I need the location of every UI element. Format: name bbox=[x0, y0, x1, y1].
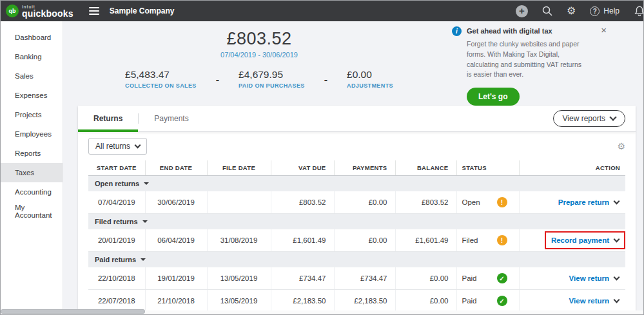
chevron-down-icon[interactable] bbox=[614, 198, 620, 204]
view-reports-label: View reports bbox=[563, 114, 605, 123]
annotation-highlight-box: Record payment bbox=[545, 231, 625, 249]
quickbooks-taxes-page: qb intuit quickbooks Sample Company + ⚙ … bbox=[0, 0, 644, 315]
column-header-balance: BALANCE bbox=[395, 160, 456, 176]
action-cell: Record payment bbox=[519, 229, 625, 252]
column-header-payments: PAYMENTS bbox=[334, 160, 395, 176]
success-status-icon: ✓ bbox=[497, 296, 507, 306]
adjustments-label: ADJUSTMENTS bbox=[347, 82, 393, 89]
payments-cell: £2,183.50 bbox=[334, 290, 395, 312]
status-text: Filed bbox=[462, 236, 478, 244]
tab-payments[interactable]: Payments bbox=[139, 106, 204, 131]
sidebar-item-sales[interactable]: Sales bbox=[1, 66, 63, 86]
close-icon[interactable]: × bbox=[601, 26, 607, 34]
help-label: Help bbox=[603, 6, 620, 15]
status-cell: Paid✓ bbox=[456, 267, 519, 290]
file-date-cell bbox=[207, 191, 271, 214]
action-cell: View return bbox=[519, 267, 625, 290]
collapse-triangle-icon bbox=[144, 182, 149, 185]
status-text: Paid bbox=[462, 274, 477, 282]
action-wrap: Prepare return bbox=[552, 193, 625, 211]
settings-gear-icon[interactable]: ⚙ bbox=[567, 6, 576, 16]
horizontal-scrollbar-thumb[interactable] bbox=[1, 309, 145, 314]
file-date-cell: 13/05/2019 bbox=[207, 267, 271, 290]
action-link-record-payment[interactable]: Record payment bbox=[551, 236, 609, 244]
column-header-end-date: END DATE bbox=[145, 160, 207, 176]
group-label: Open returns bbox=[95, 180, 139, 187]
top-bar: qb intuit quickbooks Sample Company + ⚙ … bbox=[1, 1, 643, 21]
file-date-cell: 13/05/2019 bbox=[207, 290, 271, 312]
end-date-cell: 21/10/2018 bbox=[145, 290, 207, 312]
paid-label: PAID ON PURCHASES bbox=[239, 82, 305, 89]
table-row: 22/07/201821/10/201813/05/2019£2,183.50£… bbox=[88, 290, 625, 312]
tabs-row: Returns Payments View reports bbox=[78, 106, 636, 132]
notice-header: i Get ahead with digital tax × bbox=[452, 26, 607, 36]
returns-table: START DATEEND DATEFILE DATEVAT DUEPAYMEN… bbox=[88, 160, 625, 312]
vat-due-cell: £803.52 bbox=[271, 191, 334, 214]
action-cell: Prepare return bbox=[519, 191, 625, 214]
create-plus-icon[interactable]: + bbox=[516, 5, 528, 17]
notice-title: Get ahead with digital tax bbox=[467, 26, 590, 35]
sidebar-item-reports[interactable]: Reports bbox=[1, 144, 63, 163]
chevron-down-icon[interactable] bbox=[614, 274, 620, 280]
view-reports-button[interactable]: View reports bbox=[553, 110, 625, 127]
returns-card: Returns Payments View reports All return… bbox=[78, 106, 636, 312]
info-icon: i bbox=[452, 26, 462, 36]
column-header-action: ACTION bbox=[519, 160, 625, 176]
status-cell: Paid✓ bbox=[456, 290, 519, 312]
vat-due-cell: £1,601.49 bbox=[271, 229, 334, 252]
group-header-paid-returns[interactable]: Paid returns bbox=[88, 252, 625, 268]
sidebar-item-projects[interactable]: Projects bbox=[1, 105, 63, 124]
sidebar-item-my-accountant[interactable]: My Accountant bbox=[1, 202, 63, 221]
table-row: 07/04/201930/06/2019£803.52£0.00£803.52O… bbox=[88, 191, 625, 214]
sidebar-item-banking[interactable]: Banking bbox=[1, 47, 63, 66]
group-header-filed-returns[interactable]: Filed returns bbox=[88, 214, 625, 230]
notifications-bell-icon[interactable] bbox=[634, 5, 644, 17]
returns-filter-dropdown[interactable]: All returns bbox=[88, 138, 147, 155]
table-body: Open returns07/04/201930/06/2019£803.52£… bbox=[88, 176, 625, 312]
lets-go-button[interactable]: Let's go bbox=[467, 88, 520, 106]
payments-cell: £734.47 bbox=[334, 267, 395, 290]
sidebar-item-employees[interactable]: Employees bbox=[1, 124, 63, 144]
warning-status-icon: ! bbox=[497, 235, 507, 245]
action-link-view-return[interactable]: View return bbox=[569, 274, 609, 282]
vat-total-amount: £803.52 bbox=[63, 29, 455, 49]
table-header-row: START DATEEND DATEFILE DATEVAT DUEPAYMEN… bbox=[88, 160, 625, 176]
sidebar-item-accounting[interactable]: Accounting bbox=[1, 182, 63, 202]
column-header-status: STATUS bbox=[456, 160, 519, 176]
quickbooks-logo[interactable]: qb intuit quickbooks bbox=[6, 5, 73, 18]
chevron-down-icon[interactable] bbox=[614, 236, 620, 242]
digital-tax-notice: i Get ahead with digital tax × Forget th… bbox=[452, 26, 607, 106]
search-icon[interactable] bbox=[542, 6, 552, 16]
filter-row: All returns ⚙ bbox=[78, 132, 636, 160]
paid-on-purchases: £4,679.95 PAID ON PURCHASES bbox=[239, 69, 305, 89]
topbar-actions: + ⚙ ? Help bbox=[516, 5, 643, 17]
start-date-cell: 07/04/2019 bbox=[88, 191, 145, 214]
company-name: Sample Company bbox=[110, 6, 175, 15]
column-header-file-date: FILE DATE bbox=[207, 160, 271, 176]
balance-cell: £0.00 bbox=[395, 290, 456, 312]
brand-text: intuit quickbooks bbox=[22, 5, 73, 18]
sidebar-item-expenses[interactable]: Expenses bbox=[1, 86, 63, 105]
help-button[interactable]: ? Help bbox=[590, 6, 620, 16]
action-link-view-return[interactable]: View return bbox=[569, 297, 609, 305]
table-settings-gear-icon[interactable]: ⚙ bbox=[617, 142, 625, 151]
chevron-down-icon[interactable] bbox=[614, 296, 620, 303]
status-text: Open bbox=[462, 198, 480, 206]
tab-returns[interactable]: Returns bbox=[78, 106, 138, 131]
column-header-start-date: START DATE bbox=[88, 160, 145, 176]
action-link-prepare-return[interactable]: Prepare return bbox=[558, 198, 609, 206]
start-date-cell: 20/01/2019 bbox=[88, 229, 145, 252]
sidebar-item-dashboard[interactable]: Dashboard bbox=[1, 28, 63, 47]
hamburger-menu-icon[interactable] bbox=[89, 7, 99, 15]
notice-body: Forget the clunky websites and paper for… bbox=[467, 39, 587, 80]
balance-cell: £1,601.49 bbox=[395, 229, 456, 252]
group-header-open-returns[interactable]: Open returns bbox=[88, 176, 625, 192]
balance-cell: £803.52 bbox=[395, 191, 456, 214]
action-wrap: View return bbox=[563, 292, 625, 310]
help-icon: ? bbox=[590, 6, 600, 16]
filter-value: All returns bbox=[95, 142, 130, 151]
status-cell: Open! bbox=[456, 191, 519, 214]
vat-date-range: 07/04/2019 - 30/06/2019 bbox=[63, 51, 455, 59]
sidebar-item-taxes[interactable]: Taxes bbox=[1, 163, 63, 182]
action-wrap: View return bbox=[563, 269, 625, 287]
